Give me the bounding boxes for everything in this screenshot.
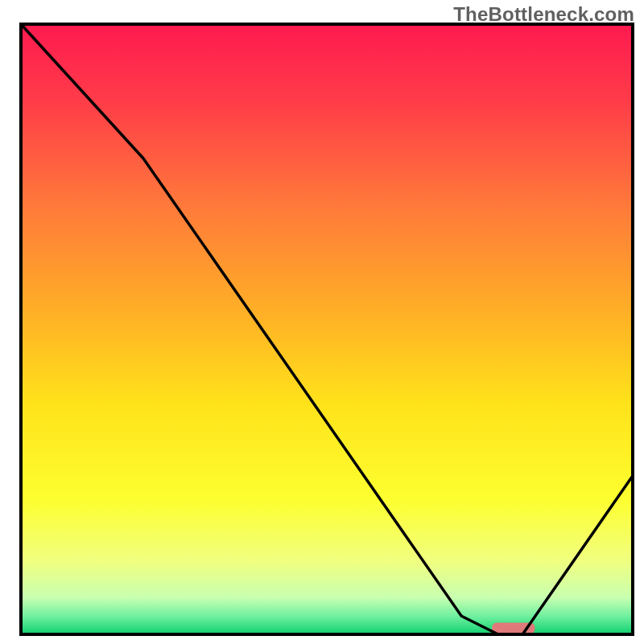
bottleneck-chart: TheBottleneck.com [0, 0, 644, 644]
plot-background [21, 24, 633, 634]
watermark-text: TheBottleneck.com [453, 3, 634, 26]
chart-svg [0, 0, 644, 644]
